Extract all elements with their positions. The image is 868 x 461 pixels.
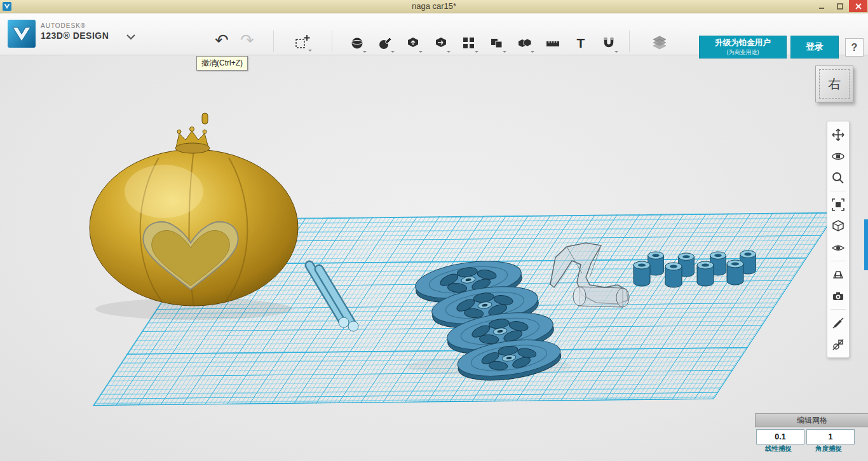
zoom-icon[interactable] — [829, 168, 847, 188]
orbit-icon[interactable] — [829, 146, 847, 166]
visibility-icon[interactable] — [829, 238, 847, 258]
layers-icon[interactable] — [649, 32, 670, 53]
measure-icon[interactable] — [543, 33, 563, 53]
app-123d-logo-icon[interactable] — [8, 20, 36, 50]
viewcube-face-label: 右 — [828, 76, 841, 93]
primitives-icon[interactable] — [347, 33, 367, 53]
brand-text: AUTODESK® 123D® DESIGN — [41, 22, 109, 41]
toolbar-separator — [629, 31, 630, 52]
combine-icon[interactable] — [515, 33, 535, 53]
sketch-icon[interactable] — [375, 33, 395, 53]
hide-sketches-icon[interactable] — [829, 313, 847, 333]
text-tool-glyph: T — [577, 36, 585, 51]
grid-plane — [93, 212, 837, 406]
help-label: ? — [851, 42, 858, 53]
maximize-button[interactable] — [831, 0, 849, 12]
viewport-scroll-tab[interactable] — [864, 219, 868, 270]
brand-autodesk: AUTODESK® — [41, 22, 109, 31]
view-toolbar — [827, 121, 850, 358]
brand-123d-design: 123D® DESIGN — [41, 31, 109, 42]
toolbar-separator — [332, 31, 332, 52]
undo-tooltip: 撤消(Ctrl+Z) — [196, 56, 248, 71]
window-titlebar: naga car15* — [0, 0, 868, 13]
grid-toggle-icon[interactable] — [829, 265, 847, 284]
group-icon[interactable] — [487, 33, 507, 53]
transform-icon[interactable] — [292, 32, 313, 52]
redo-button[interactable]: ↷ — [240, 32, 254, 48]
construct-icon[interactable] — [403, 33, 423, 53]
toolbar-separator — [273, 31, 274, 52]
undo-button[interactable]: ↶ — [215, 32, 229, 48]
linear-snap-label: 线性捕捉 — [756, 444, 801, 453]
view-toolbar-separator — [831, 191, 846, 191]
viewcube[interactable]: 右 — [815, 65, 853, 102]
hide-construction-icon[interactable] — [829, 334, 847, 354]
close-button[interactable] — [849, 0, 867, 12]
viewport[interactable]: 右 — [0, 55, 868, 461]
window-title: naga car15* — [0, 1, 868, 11]
help-button[interactable]: ? — [845, 38, 864, 57]
tool-icon-row: T — [347, 33, 619, 53]
upgrade-subtitle: (为商业用途) — [727, 48, 759, 57]
modify-icon[interactable] — [431, 33, 451, 53]
edit-grid-label: 编辑网格 — [797, 415, 827, 426]
snap-icon[interactable] — [599, 33, 619, 53]
minimize-button[interactable] — [812, 0, 831, 12]
angle-snap-input[interactable] — [806, 429, 855, 444]
text-icon[interactable]: T — [571, 33, 591, 53]
menu-chevron-icon[interactable] — [125, 32, 137, 43]
screenshot-icon[interactable] — [829, 286, 847, 306]
view-toolbar-separator — [831, 309, 846, 310]
main-toolbar: AUTODESK® 123D® DESIGN ↶ ↷ — [0, 13, 868, 55]
pan-icon[interactable] — [829, 125, 847, 144]
upgrade-button[interactable]: 升级为铂金用户 (为商业用途) — [699, 36, 787, 58]
login-label: 登录 — [806, 41, 824, 53]
linear-snap-input[interactable] — [756, 429, 804, 444]
view-toolbar-separator — [831, 261, 846, 261]
upgrade-title: 升级为铂金用户 — [715, 38, 771, 48]
shaded-view-icon[interactable] — [829, 216, 847, 236]
login-button[interactable]: 登录 — [790, 36, 839, 58]
edit-grid-button[interactable]: 编辑网格 — [755, 413, 868, 427]
angle-snap-label: 角度捕捉 — [806, 444, 851, 453]
pattern-icon[interactable] — [459, 33, 479, 53]
fit-view-icon[interactable] — [829, 195, 847, 214]
